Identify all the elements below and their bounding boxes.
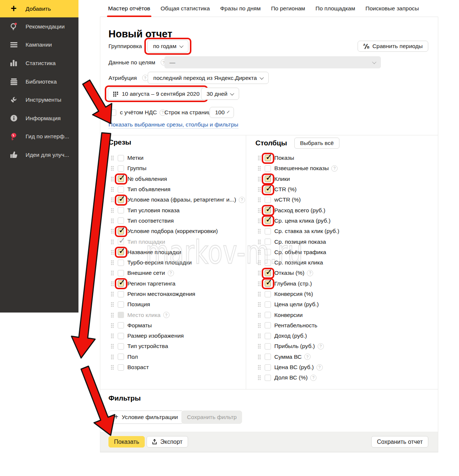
checkbox-label[interactable]: Цена цели (руб.) (274, 301, 319, 308)
checkbox-label[interactable]: Тип объявления (127, 186, 170, 193)
checkbox-label[interactable]: Турбо-версия площадки (127, 259, 192, 266)
checkbox-label[interactable]: Возраст (127, 364, 149, 371)
drag-handle-icon[interactable] (111, 291, 114, 297)
checkbox-label[interactable]: № объявления (127, 176, 167, 182)
checkbox-label[interactable]: Расход всего (руб.) (274, 207, 325, 214)
checkbox[interactable] (118, 176, 124, 182)
checkbox-label[interactable]: Внешние сети (127, 270, 165, 276)
checkbox-label[interactable]: Глубина (стр.) (274, 280, 312, 287)
checkbox[interactable] (265, 197, 271, 203)
drag-handle-icon[interactable] (258, 250, 261, 255)
drag-handle-icon[interactable] (258, 239, 261, 244)
goals-select[interactable]: — (164, 56, 381, 68)
checkbox[interactable] (265, 228, 271, 234)
checkbox-label[interactable]: Взвешенные показы (274, 165, 329, 172)
sidebar-item[interactable]: Идеи для улуч... (0, 146, 78, 164)
drag-handle-icon[interactable] (258, 155, 261, 161)
drag-handle-icon[interactable] (258, 229, 261, 234)
drag-handle-icon[interactable] (258, 375, 261, 380)
checkbox[interactable] (118, 354, 124, 360)
save-report-button[interactable]: Сохранить отчет (371, 436, 428, 448)
checkbox[interactable] (118, 186, 124, 193)
drag-handle-icon[interactable] (111, 218, 114, 223)
drag-handle-icon[interactable] (258, 291, 261, 297)
checkbox[interactable] (265, 301, 271, 308)
help-icon[interactable]: ? (168, 270, 174, 276)
drag-handle-icon[interactable] (111, 187, 114, 192)
drag-handle-icon[interactable] (111, 166, 114, 171)
checkbox-label[interactable]: Условие показа (фразы, ретаргетинг и...) (127, 196, 236, 203)
checkbox[interactable] (265, 207, 271, 213)
sidebar-item[interactable]: iГид по интерф... (0, 128, 78, 146)
checkbox[interactable] (118, 165, 124, 172)
drag-handle-icon[interactable] (258, 302, 261, 307)
drag-handle-icon[interactable] (111, 302, 114, 307)
checkbox-label[interactable]: Сумма ВС (274, 354, 302, 360)
checkbox-label[interactable]: Условие подбора (корректировки) (127, 228, 218, 234)
checkbox[interactable] (118, 333, 124, 339)
checkbox[interactable] (265, 249, 271, 255)
rows-per-page-select[interactable]: 100 (210, 107, 234, 118)
drag-handle-icon[interactable] (111, 323, 114, 328)
drag-handle-icon[interactable] (258, 365, 261, 370)
drag-handle-icon[interactable] (258, 313, 261, 318)
drag-handle-icon[interactable] (111, 260, 114, 265)
tab[interactable]: Мастер отчётов (108, 5, 150, 12)
checkbox[interactable] (265, 155, 271, 161)
tab[interactable]: Фразы по дням (220, 5, 261, 12)
drag-handle-icon[interactable] (111, 344, 114, 349)
drag-handle-icon[interactable] (258, 260, 261, 265)
save-filter-button[interactable]: Сохранить фильтр (181, 411, 242, 424)
checkbox[interactable] (118, 207, 124, 213)
attribution-select[interactable]: последний переход из Яндекс.Директа (148, 72, 269, 84)
sidebar-item[interactable]: Кампании (0, 36, 78, 54)
checkbox[interactable] (265, 280, 271, 287)
drag-handle-icon[interactable] (258, 344, 261, 349)
help-icon[interactable]: ? (310, 375, 316, 381)
checkbox-label[interactable]: Отказы (%) (274, 270, 304, 276)
checkbox[interactable] (118, 364, 124, 371)
checkbox-label[interactable]: wCTR (%) (274, 196, 301, 203)
sidebar-item[interactable]: Библиотека (0, 72, 78, 91)
tab[interactable]: Поисковые запросы (365, 5, 419, 12)
checkbox[interactable] (265, 364, 271, 371)
drag-handle-icon[interactable] (258, 197, 261, 202)
sidebar-item[interactable]: Рекомендации (0, 17, 78, 36)
checkbox-label[interactable]: Доход (руб.) (274, 332, 307, 339)
checkbox[interactable] (265, 343, 271, 350)
checkbox-label[interactable]: Тип устройства (127, 343, 168, 350)
sidebar-item[interactable]: +Добавить (0, 0, 78, 17)
checkbox-label[interactable]: Название площадки (127, 249, 181, 256)
checkbox[interactable] (118, 155, 124, 161)
checkbox-label[interactable]: Форматы (127, 322, 152, 329)
checkbox-label[interactable]: Метки (127, 155, 144, 161)
checkbox-label[interactable]: Прибыль (руб.) (274, 343, 315, 350)
checkbox[interactable] (265, 176, 271, 182)
show-selected-link[interactable]: Показать выбранные срезы, столбцы и филь… (108, 121, 238, 129)
checkbox-label[interactable]: Позиция (127, 301, 150, 308)
checkbox[interactable] (118, 197, 124, 203)
export-button[interactable]: Экспорт (147, 436, 188, 448)
help-icon[interactable]: ? (307, 270, 313, 276)
sidebar-item[interactable]: Инструменты (0, 91, 78, 109)
checkbox[interactable] (118, 312, 124, 318)
drag-handle-icon[interactable] (111, 229, 114, 234)
drag-handle-icon[interactable] (111, 250, 114, 255)
checkbox-label[interactable]: Группы (127, 165, 147, 172)
checkbox-label[interactable]: Доля ВС (%) (274, 374, 308, 381)
checkbox-label[interactable]: Конверсии (274, 312, 303, 318)
checkbox[interactable] (265, 354, 271, 360)
checkbox[interactable] (265, 165, 271, 172)
drag-handle-icon[interactable] (258, 323, 261, 328)
checkbox-label[interactable]: Тип условия показа (127, 207, 180, 214)
tab[interactable]: Общая статистика (161, 5, 210, 12)
checkbox[interactable] (118, 270, 124, 276)
drag-handle-icon[interactable] (111, 281, 114, 286)
checkbox[interactable] (118, 301, 124, 308)
checkbox-label[interactable]: Ср. позиция клика (274, 259, 323, 266)
checkbox[interactable] (118, 228, 124, 234)
checkbox-label[interactable]: CTR (%) (274, 186, 296, 193)
checkbox-label[interactable]: Ср. ставка за клик (руб.) (274, 228, 339, 234)
checkbox[interactable] (118, 291, 124, 297)
tab[interactable]: По площадкам (315, 5, 355, 12)
